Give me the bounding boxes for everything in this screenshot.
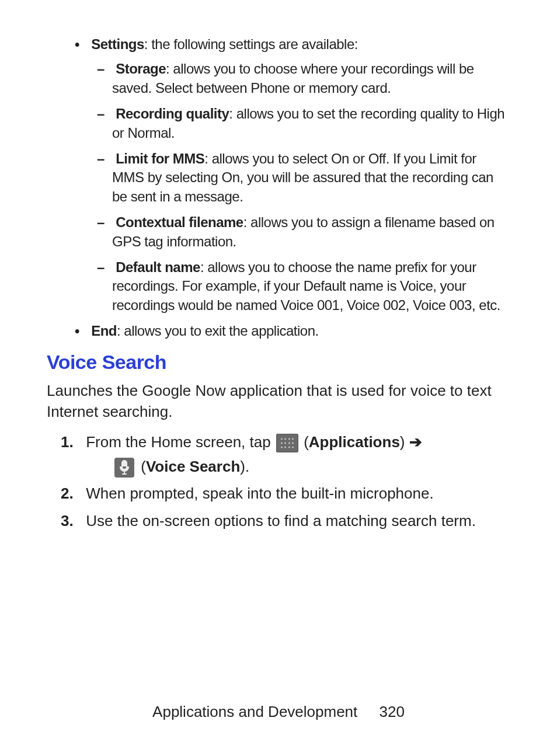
bullet-glyph: • bbox=[75, 35, 88, 54]
apps-grid-icon bbox=[276, 434, 298, 452]
bullet-glyph: • bbox=[75, 322, 88, 340]
dash-label: Recording quality bbox=[116, 106, 229, 121]
settings-bullet-list: • Settings: the following settings are a… bbox=[88, 35, 510, 340]
steps-list: 1. From the Home screen, tap (Applicatio… bbox=[82, 430, 510, 532]
step-number: 1. bbox=[61, 430, 82, 454]
footer-chapter: Applications and Development bbox=[152, 703, 357, 720]
section-heading-voice-search: Voice Search bbox=[47, 351, 510, 374]
page-footer: Applications and Development 320 bbox=[0, 703, 557, 721]
settings-dash-list: – Storage: allows you to choose where yo… bbox=[112, 60, 510, 315]
bullet-end: • End: allows you to exit the applicatio… bbox=[88, 322, 510, 340]
microphone-icon bbox=[114, 458, 134, 478]
paren-open-2: ( bbox=[141, 458, 146, 475]
footer-page-number: 320 bbox=[380, 703, 405, 720]
step-3: 3. Use the on-screen options to find a m… bbox=[82, 509, 510, 532]
bullet-text: : allows you to exit the application. bbox=[117, 323, 319, 339]
bullet-label: Settings bbox=[91, 36, 144, 52]
dash-label: Storage bbox=[116, 61, 166, 76]
step-number: 3. bbox=[61, 509, 82, 532]
voice-search-label: Voice Search bbox=[146, 458, 240, 475]
dash-glyph: – bbox=[97, 104, 112, 123]
dash-default-name: – Default name: allows you to choose the… bbox=[112, 258, 510, 315]
step-3-text: Use the on-screen options to find a matc… bbox=[86, 512, 476, 529]
dash-label: Contextual filename bbox=[116, 214, 243, 230]
step-2-text: When prompted, speak into the built-in m… bbox=[86, 485, 433, 502]
arrow-icon: ➔ bbox=[409, 433, 422, 451]
dash-label: Limit for MMS bbox=[116, 151, 204, 166]
step-1: 1. From the Home screen, tap (Applicatio… bbox=[82, 430, 510, 479]
step-1-pretext: From the Home screen, tap bbox=[86, 433, 275, 451]
applications-label: Applications bbox=[309, 433, 400, 451]
paren-close-2: ). bbox=[240, 458, 249, 475]
bullet-label: End bbox=[91, 323, 117, 339]
bullet-text: : the following settings are available: bbox=[144, 36, 358, 52]
step-number: 2. bbox=[61, 482, 82, 505]
paren-open: ( bbox=[304, 433, 309, 451]
dash-glyph: – bbox=[97, 213, 112, 232]
paren-close: ) bbox=[400, 433, 409, 451]
dash-glyph: – bbox=[97, 60, 112, 78]
dash-contextual-filename: – Contextual filename: allows you to ass… bbox=[112, 213, 510, 251]
dash-limit-mms: – Limit for MMS: allows you to select On… bbox=[112, 149, 510, 206]
dash-recording-quality: – Recording quality: allows you to set t… bbox=[112, 104, 510, 142]
bullet-settings: • Settings: the following settings are a… bbox=[88, 35, 510, 315]
dash-label: Default name bbox=[116, 259, 200, 275]
step-2: 2. When prompted, speak into the built-i… bbox=[82, 482, 510, 505]
dash-glyph: – bbox=[97, 149, 112, 168]
dash-text: : allows you to choose where your record… bbox=[112, 61, 474, 95]
dash-storage: – Storage: allows you to choose where yo… bbox=[112, 60, 510, 97]
section-intro: Launches the Google Now application that… bbox=[47, 381, 510, 421]
dash-glyph: – bbox=[97, 258, 112, 277]
